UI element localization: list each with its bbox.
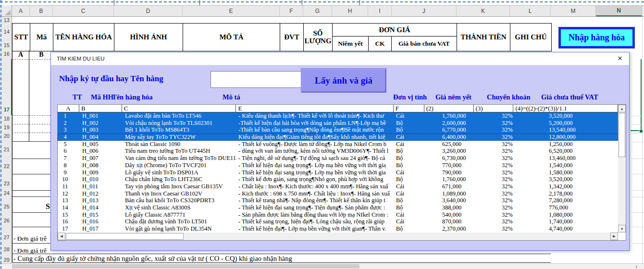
product-row-H_005[interactable]: 5H_005Thoát sàn Classic 1090- Thiết kế v…	[58, 141, 618, 148]
cell-ten: Thanh vịn Inox Caesar GB102V	[122, 190, 236, 197]
list-v-thumb[interactable]	[619, 113, 625, 157]
cell-niem_yet: 3,260,000	[425, 147, 474, 155]
column-header-l[interactable]: L	[510, 6, 551, 16]
product-row-H_015[interactable]: 15H_015Lô giấy Classic A877771- Sản phẩm…	[58, 211, 618, 219]
row-header-23[interactable]: 23	[0, 181, 10, 186]
cell-mota: - Thiết kế hiện đại sang trọng¶- Lớp mạ …	[236, 169, 394, 176]
cell-tt: 12	[58, 190, 79, 197]
row-header-21[interactable]: 21	[0, 147, 10, 152]
column-header-d[interactable]: D	[114, 6, 183, 16]
scroll-left-icon[interactable]: ◀	[58, 232, 65, 240]
dashed-row-border	[12, 115, 50, 116]
row-header-26[interactable]: 26	[0, 218, 10, 223]
row-header-16[interactable]: 16	[0, 51, 10, 57]
row-header-22[interactable]: 22	[0, 163, 10, 169]
row-header-24[interactable]: 24	[0, 190, 10, 196]
row-border	[12, 243, 50, 244]
scroll-down-icon[interactable]: ▼	[618, 225, 626, 232]
row-border	[12, 254, 551, 254]
gridline	[630, 159, 644, 159]
column-header-a[interactable]: A	[12, 6, 30, 16]
cell-ten: Máy sấy tay ToTo TYC322W	[122, 134, 236, 141]
row-header-29[interactable]: 29	[0, 257, 10, 263]
product-row-H_008[interactable]: 8H_008Dây xịt (Chrome) ToTo TVCF201- Thi…	[58, 162, 618, 169]
product-row-H_017[interactable]: 17H_017Vòi gật gù nóng lạnh ToTo DL354N-…	[58, 225, 618, 232]
sheet-h-scrollbar-thumb[interactable]	[12, 264, 359, 269]
fill-handle[interactable]	[639, 129, 643, 133]
column-header-g[interactable]: G	[303, 6, 332, 16]
column-header-h[interactable]: H	[332, 6, 368, 16]
column-header-f[interactable]: F	[280, 6, 303, 16]
cell-tt: 5	[58, 141, 79, 148]
product-row-H_001[interactable]: 1H_001Lavabo đặt âm bàn ToTo LT546- Kiểu…	[58, 112, 618, 120]
product-row-H_006[interactable]: 6H_006Tiểu nam treo tường ToTo UT445H- d…	[58, 147, 618, 155]
search-input[interactable]	[211, 71, 301, 88]
header-cell-ten-hang-hoa: TÊN HÀNG HÓA	[53, 24, 114, 51]
product-row-H_004[interactable]: 4H_004Máy sấy tay ToTo TYC322WKiểu dáng …	[58, 134, 618, 141]
cell-ck: 32%	[474, 183, 514, 190]
product-listbox[interactable]: ABCEF(2)(3)(4)=((2)-(2)*(3))/1.1 1H_001L…	[57, 104, 626, 241]
field-letter-cell: (2)	[424, 105, 474, 112]
column-header-c[interactable]: C	[53, 6, 114, 16]
cell-ten: Vòi gật gù nóng lạnh ToTo DL354N	[122, 225, 236, 232]
column-header-m[interactable]: M	[551, 6, 596, 16]
row-border	[12, 227, 50, 227]
cell-niem_yet: 1,760,000	[425, 112, 474, 120]
product-row-H_010[interactable]: 10H_010Chậu chân lửng ToTo LHT236C- Thiế…	[58, 176, 618, 183]
cell-ma: H_011	[79, 183, 122, 190]
cell-dvt: Bộ	[394, 162, 425, 169]
scroll-up-icon[interactable]: ▲	[618, 105, 626, 112]
product-row-H_007[interactable]: 7H_007Van cảm ứng tiểu nam âm tường ToTo…	[58, 155, 618, 162]
cell-mota: - Sản phẩm được làm bằng đồng thau với l…	[236, 211, 394, 219]
fetch-image-price-button[interactable]: Lấy ảnh và giá	[301, 68, 386, 93]
product-row-H_014[interactable]: 14H_014Xịt vệ sinh Classic A8300S- Thiết…	[58, 204, 618, 211]
row-header-15[interactable]: 15	[0, 42, 10, 48]
product-row-H_003[interactable]: 3H_003Bệt 1 khối ToTo MS864T3-Thiết kế b…	[58, 126, 618, 134]
column-header-i[interactable]: I	[368, 6, 392, 16]
gridline	[630, 116, 644, 116]
cell-tt: 11	[58, 183, 79, 190]
scroll-right-icon[interactable]: ›	[635, 263, 637, 269]
cell-gia_vat: 776,000	[514, 204, 618, 211]
column-header-j[interactable]: J	[392, 6, 457, 16]
product-row-H_009[interactable]: 9H_009Lô giấy vệ sinh ToTo DSP01A- Thiết…	[58, 169, 618, 176]
dialog-titlebar[interactable]: TÌM KIEM DU LIEU ✕	[51, 52, 629, 65]
enter-goods-button[interactable]: Nhập hàng hóa	[559, 27, 634, 48]
cell-tt: 10	[58, 176, 79, 183]
gridline	[630, 243, 644, 244]
cell-dvt: Bộ	[394, 176, 425, 183]
scroll-right-icon[interactable]: ▶	[610, 232, 618, 240]
select-all-corner[interactable]	[0, 5, 12, 16]
column-header-k[interactable]: K	[457, 6, 510, 16]
product-row-H_012[interactable]: 12H_012Thanh vịn Inox Caesar GB102V- Kic…	[58, 190, 618, 197]
row-header-28[interactable]: 28	[0, 246, 10, 252]
row-header-19[interactable]: 19	[0, 124, 10, 130]
close-icon[interactable]: ✕	[616, 55, 624, 63]
cell-mota: - Thiết kế sang trọng, hiện đại¶- Lòng c…	[236, 218, 394, 225]
list-h-thumb[interactable]	[66, 233, 184, 240]
field-letter-cell: E	[236, 105, 393, 112]
product-row-H_011[interactable]: 11H_011Tay vịn phòng tắm Inox Caesar GB1…	[58, 183, 618, 190]
row-header-14[interactable]: 14	[0, 29, 10, 35]
field-letter-cell: B	[79, 105, 122, 112]
column-header-b[interactable]: B	[30, 6, 53, 16]
row-header-27[interactable]: 27	[0, 234, 10, 240]
row-header-13[interactable]: 13	[0, 17, 10, 23]
row-header-25[interactable]: 25	[0, 204, 10, 209]
column-header-e[interactable]: E	[183, 6, 280, 16]
gridline	[302, 0, 302, 5]
product-row-H_016[interactable]: 16H_016Chậu đặt dương vành ToTo LT501- T…	[58, 218, 618, 225]
cell-dvt: Cái	[394, 190, 425, 197]
list-column-label-1: TT	[73, 93, 82, 101]
row-header-18[interactable]: 18	[0, 116, 10, 122]
product-row-H_002[interactable]: 2H_002Vòi chậu nóng lạnh ToTo TLS02301-T…	[58, 120, 618, 127]
cell-ck: 32%	[474, 169, 514, 176]
row-border	[12, 174, 50, 174]
row-header-17[interactable]: 17	[0, 107, 10, 112]
cell-ma: H_002	[79, 120, 122, 127]
column-header-n[interactable]: N	[596, 6, 642, 16]
dashed-row-border	[12, 124, 50, 124]
sheet-top-sliver	[12, 0, 644, 5]
product-row-H_013[interactable]: 13H_013Bàn cầu hai khối ToTo CS320PDRT3-…	[58, 197, 618, 204]
row-header-20[interactable]: 20	[0, 133, 10, 139]
